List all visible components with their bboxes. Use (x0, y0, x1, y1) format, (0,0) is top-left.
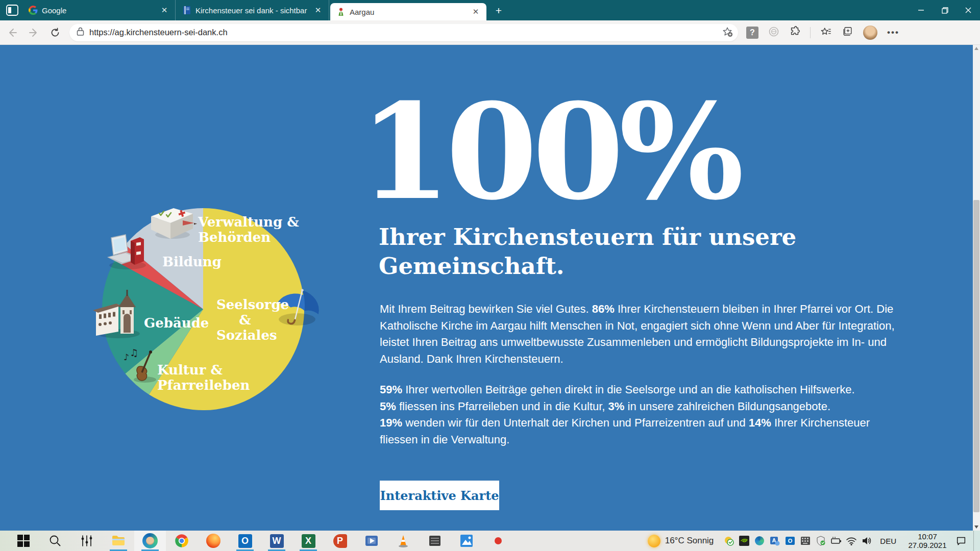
clock-date: 27.09.2021 (904, 541, 951, 549)
interactive-map-button-label: Interaktive Karte (380, 488, 499, 503)
church-icon (93, 289, 142, 342)
scrollbar-thumb[interactable] (973, 200, 979, 512)
blue-book-icon (182, 6, 191, 15)
vertical-tabs-icon[interactable] (6, 5, 18, 16)
profile-avatar[interactable] (863, 26, 877, 40)
language-indicator[interactable]: DEU (880, 537, 896, 545)
volume-icon[interactable] (861, 535, 872, 546)
broadcast-icon[interactable] (768, 26, 779, 39)
address-bar[interactable]: https://ag.kirchensteuern-sei-dank.ch (69, 24, 738, 41)
chrome-icon[interactable] (166, 531, 198, 551)
weather-condition: Sonnig (687, 536, 714, 545)
tab-aargau-active[interactable]: Aargau ✕ (330, 3, 486, 20)
svg-text:♫: ♫ (130, 349, 138, 358)
hero-percent: 100% (359, 85, 739, 219)
breakdown-paragraph: 59% Ihrer wertvollen Beiträge gehen dire… (380, 382, 913, 448)
start-button[interactable] (8, 531, 39, 551)
back-icon[interactable] (3, 23, 21, 42)
tab-kirchensteuer[interactable]: Kirchensteuer sei dank - sichtbar ✕ (176, 0, 329, 20)
pie-label-verwaltung: Verwaltung & Behörden (198, 214, 299, 245)
extensions-puzzle-icon[interactable] (789, 26, 800, 39)
toolbar-extensions-area: ? ••• (746, 26, 899, 40)
archive-icon[interactable] (419, 531, 451, 551)
wifi-icon[interactable] (846, 535, 857, 546)
firefox-icon[interactable] (198, 531, 229, 551)
clock-time: 10:07 (904, 532, 951, 541)
help-extension-icon[interactable]: ? (746, 27, 758, 39)
weather-sun-icon[interactable] (648, 535, 660, 547)
intro-paragraph: Mit Ihrem Beitrag bewirken Sie viel Gute… (380, 301, 913, 367)
svg-text:O: O (788, 538, 793, 544)
favorites-list-icon[interactable] (820, 26, 832, 39)
refresh-icon[interactable] (46, 23, 64, 42)
pie-label-seelsorge: Seelsorge & Soziales (216, 297, 274, 343)
edge-tray-icon[interactable] (754, 535, 765, 546)
taskbar-right-zone: 16°C Sonnig A O (648, 531, 980, 551)
tab-close-icon[interactable]: ✕ (159, 5, 170, 16)
breakdown-line: 19% wenden wir für den Unterhalt der Kir… (380, 415, 913, 432)
tab-title: Kirchensteuer sei dank - sichtbar (195, 6, 309, 15)
browser-toolbar: https://ag.kirchensteuern-sei-dank.ch ? … (0, 20, 980, 45)
minimize-button[interactable] (910, 0, 933, 20)
breakdown-line: 59% Ihrer wertvollen Beiträge gehen dire… (380, 382, 913, 398)
scrollbar-down-icon[interactable] (973, 523, 980, 531)
pie-label-gebaeude: Gebäude (144, 315, 209, 331)
task-view-icon[interactable] (71, 531, 103, 551)
tab-title: Aargau (350, 8, 467, 16)
pie-label-bildung: Bildung (162, 254, 222, 269)
aargau-figure-icon (336, 7, 346, 16)
window-controls (910, 0, 980, 20)
clock[interactable]: 10:07 27.09.2021 (904, 532, 951, 549)
vlc-icon[interactable] (387, 531, 419, 551)
system-tray: A O (723, 535, 872, 546)
breakdown-line: 5% fliessen ins Pfarreileben und in die … (380, 398, 913, 415)
show-desktop-strip[interactable] (973, 531, 976, 551)
security-shield-icon[interactable] (815, 535, 826, 546)
favorite-add-icon[interactable] (722, 26, 733, 39)
powerpoint-icon[interactable]: P (324, 531, 356, 551)
new-tab-button[interactable]: + (492, 4, 505, 17)
antivirus-check-icon[interactable] (723, 535, 734, 546)
weather-temp: 16°C (665, 536, 684, 545)
page-title: Ihrer Kirchensteuern für unsere Gemeinsc… (379, 222, 796, 281)
close-button[interactable] (957, 0, 980, 20)
breakdown-line: fliessen in die Verwaltung. (380, 432, 913, 448)
red-circle-app-icon[interactable] (482, 531, 514, 551)
edge-icon[interactable] (134, 531, 166, 551)
scrollbar-up-icon[interactable] (973, 45, 980, 52)
battery-icon[interactable] (830, 535, 842, 546)
page-scrollbar[interactable] (973, 45, 980, 531)
word-icon[interactable]: W (261, 531, 292, 551)
windows-taskbar: O W X P 16°C Sonnig (0, 531, 980, 551)
laptop-binder-icon (106, 233, 155, 273)
settings-menu-icon[interactable]: ••• (887, 28, 899, 38)
photos-icon[interactable] (451, 531, 482, 551)
file-explorer-icon[interactable] (103, 531, 134, 551)
toolbar-divider (810, 27, 811, 38)
collections-icon[interactable] (842, 26, 853, 39)
excel-icon[interactable]: X (292, 531, 324, 551)
remote-grid-icon[interactable] (800, 535, 811, 546)
svg-text:♪: ♪ (124, 352, 129, 362)
action-center-icon[interactable] (955, 535, 967, 546)
tab-google[interactable]: Google ✕ (22, 0, 176, 20)
movies-tv-icon[interactable] (356, 531, 387, 551)
search-icon[interactable] (39, 531, 71, 551)
tab-close-icon[interactable]: ✕ (470, 6, 481, 17)
browser-title-bar: Google ✕ Kirchensteuer sei dank - sichtb… (0, 0, 980, 20)
outlook-tray-icon[interactable]: O (785, 535, 796, 546)
interactive-map-button[interactable]: Interaktive Karte (380, 481, 499, 510)
restore-button[interactable] (933, 0, 957, 20)
google-g-icon (29, 6, 38, 15)
weather-text[interactable]: 16°C Sonnig (665, 536, 714, 546)
outlook-icon[interactable]: O (229, 531, 261, 551)
pie-chart: ♪ ♫ Verwaltung & Behörden (100, 206, 306, 412)
tab-title: Google (42, 6, 156, 15)
url-text[interactable]: https://ag.kirchensteuern-sei-dank.ch (89, 28, 722, 37)
tab-close-icon[interactable]: ✕ (312, 5, 324, 16)
translator-icon[interactable]: A (769, 535, 780, 546)
pie-label-kultur: Kultur & Pfarreileben (157, 362, 250, 393)
webpage-content: ♪ ♫ Verwaltung & Behörden (0, 45, 980, 531)
forward-icon[interactable] (24, 23, 43, 42)
nvidia-icon[interactable] (739, 535, 750, 546)
